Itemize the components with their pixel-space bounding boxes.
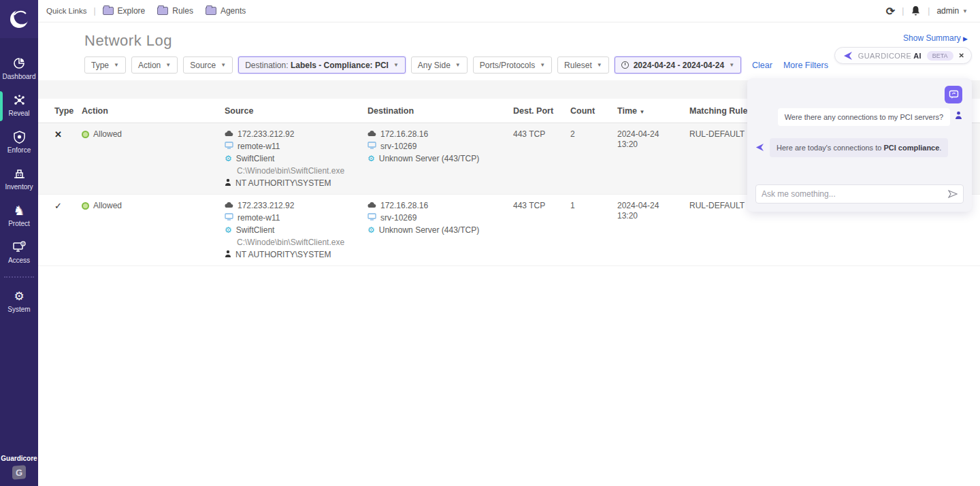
cloud-icon — [225, 129, 233, 139]
brand-name: Guardicore — [1, 455, 37, 462]
svg-text:@: @ — [22, 242, 25, 246]
new-chat-button[interactable] — [945, 86, 962, 103]
col-time[interactable]: Time ▼ — [617, 99, 689, 123]
divider: | — [928, 6, 930, 16]
shield-icon — [14, 130, 25, 144]
nav-link-explore[interactable]: Explore — [103, 6, 146, 16]
col-source[interactable]: Source — [225, 99, 368, 123]
nav-link-agents[interactable]: Agents — [206, 6, 246, 16]
guardicore-ai-toggle[interactable]: GUARDICOREAI BETA ✕ — [834, 47, 972, 64]
nav-link-label: Rules — [172, 6, 193, 16]
col-action[interactable]: Action — [82, 99, 225, 123]
monitor-icon — [225, 213, 233, 223]
allowed-status-icon — [82, 131, 89, 138]
user-message-row: Were there any connections to my PCI ser… — [755, 108, 964, 126]
sidebar-item-reveal[interactable]: Reveal — [0, 87, 38, 124]
monitor-badge-icon: @ — [12, 240, 26, 254]
filter-label: Ports/Protocols — [480, 61, 535, 70]
chevron-down-icon: ▼ — [962, 8, 968, 14]
count: 2 — [570, 129, 617, 139]
filter-label: Type — [91, 61, 109, 70]
filter-any-side[interactable]: Any Side ▼ — [411, 56, 468, 74]
sidebar-item-dashboard[interactable]: Dashboard — [0, 50, 38, 87]
col-type[interactable]: Type — [54, 99, 82, 123]
send-icon[interactable] — [948, 190, 958, 198]
source-path: C:\Winode\bin\SwiftClient.exe — [237, 238, 344, 247]
clear-filters-button[interactable]: Clear — [752, 61, 772, 70]
process-gear-icon: ⚙ — [225, 226, 232, 234]
bot-message-bubble: Here are today's connections to PCI comp… — [770, 138, 948, 157]
more-filters-button[interactable]: More Filters — [783, 61, 828, 70]
username: admin — [936, 6, 959, 16]
source-ip: 172.233.212.92 — [238, 129, 294, 139]
user-menu[interactable]: admin ▼ — [936, 6, 968, 16]
filter-label: Any Side — [418, 61, 451, 70]
chevron-down-icon: ▼ — [220, 62, 226, 68]
ai-chat-panel: Were there any connections to my PCI ser… — [747, 78, 972, 212]
clock-icon — [621, 61, 629, 69]
chat-refresh-icon — [949, 90, 959, 99]
source-path: C:\Winode\bin\SwiftClient.exe — [237, 166, 344, 176]
filter-ruleset[interactable]: Ruleset ▼ — [557, 56, 609, 74]
dest-process: Unknown Server (443/TCP) — [379, 154, 479, 163]
filter-action[interactable]: Action ▼ — [131, 56, 178, 74]
sidebar-item-label: System — [7, 306, 30, 313]
filter-source[interactable]: Source ▼ — [183, 56, 233, 74]
dest-host: srv-10269 — [380, 142, 416, 151]
col-count[interactable]: Count — [570, 99, 617, 123]
user-avatar-icon — [955, 110, 962, 122]
sidebar-item-enforce[interactable]: Enforce — [0, 124, 38, 161]
divider: | — [902, 6, 904, 16]
allowed-status-icon — [82, 202, 89, 210]
filter-destination[interactable]: Destination: Labels - Compliance: PCI ▼ — [238, 56, 406, 74]
source-cell: 172.233.212.92 remote-w11 ⚙SwiftClient C… — [225, 201, 368, 259]
monitor-icon — [225, 142, 233, 151]
gear-icon: ⚙ — [14, 289, 24, 303]
filter-label: Source — [190, 61, 216, 70]
date-range-value: 2024-04-24 - 2024-04-24 — [634, 61, 724, 70]
source-process: SwiftClient — [236, 154, 275, 163]
dest-ip: 172.16.28.16 — [380, 129, 428, 139]
show-summary-link[interactable]: Show Summary ▶ — [903, 33, 968, 43]
ai-send-triangle-icon — [843, 51, 853, 61]
page-header: Network Log Show Summary ▶ — [38, 22, 980, 50]
guardicore-g-logo-icon: G — [12, 465, 26, 479]
monitor-icon — [368, 142, 376, 151]
notifications-bell-icon[interactable] — [911, 5, 921, 16]
guardicore-logo[interactable] — [0, 0, 38, 38]
nav-link-label: Explore — [118, 6, 146, 16]
source-host: remote-w11 — [238, 142, 280, 151]
chevron-down-icon: ▼ — [540, 62, 545, 68]
chevron-down-icon: ▼ — [455, 62, 461, 68]
ai-chat-input[interactable] — [762, 189, 948, 199]
chevron-down-icon: ▼ — [165, 62, 171, 68]
filter-date-range[interactable]: 2024-04-24 - 2024-04-24 ▼ — [615, 56, 741, 74]
process-gear-icon: ⚙ — [225, 155, 232, 163]
filter-type[interactable]: Type ▼ — [84, 56, 126, 74]
ai-brand-label: GUARDICOREAI — [858, 52, 921, 60]
cloud-icon — [225, 201, 233, 210]
monitor-icon — [368, 213, 376, 223]
folder-icon — [206, 7, 216, 15]
col-destination[interactable]: Destination — [368, 99, 513, 123]
sidebar-item-label: Inventory — [5, 183, 33, 191]
crescent-logo-icon — [7, 7, 31, 31]
close-icon[interactable]: ✕ — [959, 52, 964, 59]
sidebar-item-access[interactable]: @ Access — [0, 234, 38, 271]
col-dest-port[interactable]: Dest. Port — [513, 99, 570, 123]
filter-label: Action — [138, 61, 161, 70]
cloud-icon — [368, 201, 376, 210]
bot-message-row: Here are today's connections to PCI comp… — [755, 138, 964, 157]
dest-ip: 172.16.28.16 — [380, 201, 428, 210]
sidebar-item-protect[interactable]: ♞ Protect — [0, 197, 38, 234]
source-ip: 172.233.212.92 — [238, 201, 294, 210]
refresh-icon[interactable]: ⟳ — [886, 5, 895, 18]
sort-desc-icon: ▼ — [639, 109, 644, 115]
source-cell: 172.233.212.92 remote-w11 ⚙SwiftClient C… — [225, 129, 368, 188]
filter-ports-protocols[interactable]: Ports/Protocols ▼ — [473, 56, 552, 74]
show-summary-label: Show Summary — [903, 33, 961, 43]
sidebar-item-inventory[interactable]: Inventory — [0, 161, 38, 197]
check-icon: ✓ — [54, 201, 62, 211]
nav-link-rules[interactable]: Rules — [157, 6, 193, 16]
sidebar-item-system[interactable]: ⚙ System — [0, 283, 38, 320]
